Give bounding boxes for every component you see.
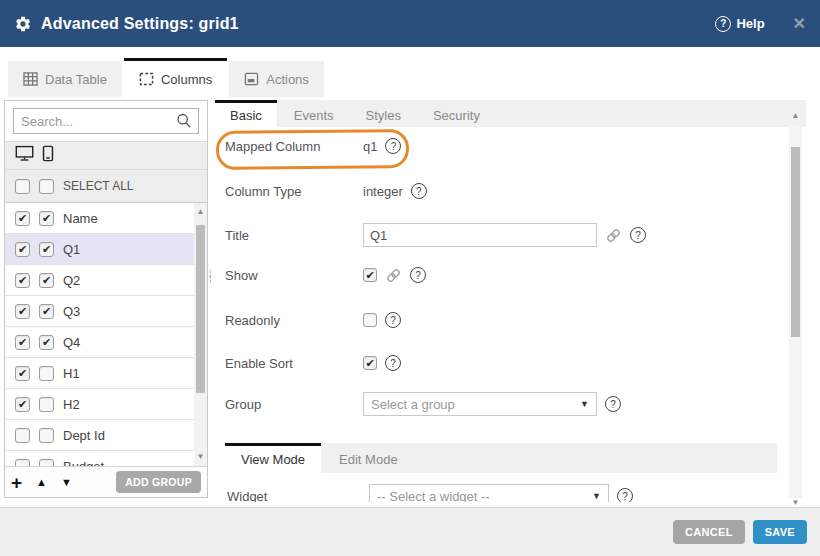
column-row[interactable]: ✔✔Q3 <box>5 296 207 327</box>
chevron-down-icon: ▼ <box>580 399 589 409</box>
desktop-visibility-checkbox[interactable] <box>15 459 30 467</box>
question-icon[interactable]: ? <box>385 355 401 371</box>
mobile-visibility-checkbox[interactable]: ✔ <box>39 211 54 226</box>
question-icon[interactable]: ? <box>617 488 633 502</box>
group-select[interactable]: Select a group ▼ <box>363 392 597 416</box>
widget-row: Widget -- Select a widget -- ▼ ? <box>215 483 789 502</box>
select-all-label: SELECT ALL <box>63 179 134 193</box>
help-icon: ? <box>715 16 731 32</box>
desktop-visibility-checkbox[interactable]: ✔ <box>15 397 30 412</box>
question-icon[interactable]: ? <box>630 227 646 243</box>
mobile-visibility-checkbox[interactable]: ✔ <box>39 304 54 319</box>
tab-view-mode[interactable]: View Mode <box>225 443 321 473</box>
column-type-row: Column Type integer ? <box>215 180 789 202</box>
advanced-settings-dialog: Advanced Settings: grid1 ? Help ✕ Data T… <box>0 0 820 556</box>
scrollbar-thumb[interactable] <box>791 147 800 337</box>
tab-edit-mode[interactable]: Edit Mode <box>323 446 414 473</box>
move-down-button[interactable]: ▼ <box>61 476 72 488</box>
tab-security[interactable]: Security <box>418 103 495 127</box>
title-input[interactable] <box>363 223 597 247</box>
tab-styles[interactable]: Styles <box>351 103 416 127</box>
desktop-visibility-checkbox[interactable]: ✔ <box>15 211 30 226</box>
link-icon[interactable] <box>385 267 402 284</box>
list-scrollbar: ▲ ▼ <box>194 203 207 466</box>
show-checkbox[interactable]: ✔ <box>363 268 377 282</box>
scrollbar-thumb[interactable] <box>196 225 205 393</box>
question-icon[interactable]: ? <box>385 312 401 328</box>
desktop-visibility-checkbox[interactable]: ✔ <box>15 366 30 381</box>
help-button[interactable]: ? Help <box>715 16 764 32</box>
column-row[interactable]: ✔H2 <box>5 389 207 420</box>
scroll-up-icon[interactable]: ▲ <box>789 109 802 123</box>
desktop-visibility-checkbox[interactable]: ✔ <box>15 335 30 350</box>
tab-events[interactable]: Events <box>279 103 349 127</box>
tab-label: Styles <box>366 108 401 123</box>
main-tab-bar: Data Table Columns Actions <box>0 47 820 97</box>
tab-data-table[interactable]: Data Table <box>8 61 122 97</box>
enable-sort-label: Enable Sort <box>225 356 293 371</box>
close-icon[interactable]: ✕ <box>793 14 806 33</box>
select-all-mobile-checkbox[interactable] <box>39 179 54 194</box>
column-list: ✔✔Name✔✔Q1✔✔Q2✔✔Q3✔✔Q4✔H1✔H2Dept IdBudge… <box>5 203 207 466</box>
column-row[interactable]: Budget <box>5 451 207 466</box>
column-rows: ✔✔Name✔✔Q1✔✔Q2✔✔Q3✔✔Q4✔H1✔H2Dept IdBudge… <box>5 203 207 466</box>
column-row[interactable]: Dept Id <box>5 420 207 451</box>
link-icon[interactable] <box>605 227 622 244</box>
mobile-visibility-checkbox[interactable]: ✔ <box>39 242 54 257</box>
move-up-button[interactable]: ▲ <box>36 476 47 488</box>
tab-label: Events <box>294 108 334 123</box>
column-label: Q2 <box>63 273 80 288</box>
mobile-visibility-checkbox[interactable]: ✔ <box>39 335 54 350</box>
panel-splitter-handle[interactable]: ⁞⁞ <box>207 272 214 294</box>
mapped-column-row: Mapped Column q1 ? <box>215 135 789 157</box>
column-row[interactable]: ✔✔Q1 <box>5 234 207 265</box>
save-button[interactable]: SAVE <box>753 520 807 544</box>
select-all-row[interactable]: SELECT ALL <box>5 169 207 203</box>
cancel-button[interactable]: CANCEL <box>673 520 745 544</box>
column-row[interactable]: ✔✔Q2 <box>5 265 207 296</box>
search-row <box>5 101 207 141</box>
show-label: Show <box>225 268 258 283</box>
tab-columns[interactable]: Columns <box>124 58 227 97</box>
mapped-column-label: Mapped Column <box>225 139 320 154</box>
group-label: Group <box>225 397 261 412</box>
enable-sort-checkbox[interactable]: ✔ <box>363 356 377 370</box>
question-icon[interactable]: ? <box>410 267 426 283</box>
column-label: Q1 <box>63 242 80 257</box>
tab-actions[interactable]: Actions <box>229 61 324 97</box>
scroll-up-icon[interactable]: ▲ <box>194 205 207 219</box>
detail-form: Mapped Column q1 ? Column Type integer ?… <box>215 127 789 502</box>
widget-select-value: -- Select a widget -- <box>377 489 490 503</box>
search-box <box>13 108 199 134</box>
question-icon[interactable]: ? <box>411 183 427 199</box>
actions-icon <box>244 72 259 86</box>
mobile-visibility-checkbox[interactable] <box>39 366 54 381</box>
column-label: Budget <box>63 459 104 467</box>
readonly-checkbox[interactable] <box>363 313 377 327</box>
mobile-visibility-checkbox[interactable]: ✔ <box>39 273 54 288</box>
widget-select[interactable]: -- Select a widget -- ▼ <box>369 484 609 502</box>
mobile-visibility-checkbox[interactable] <box>39 428 54 443</box>
question-icon[interactable]: ? <box>605 396 621 412</box>
mobile-visibility-checkbox[interactable] <box>39 459 54 467</box>
search-input[interactable] <box>14 109 198 133</box>
desktop-visibility-checkbox[interactable]: ✔ <box>15 242 30 257</box>
device-columns-header <box>5 141 207 169</box>
mobile-visibility-checkbox[interactable] <box>39 397 54 412</box>
column-row[interactable]: ✔H1 <box>5 358 207 389</box>
detail-scrollbar: ▲ ▼ <box>789 125 802 498</box>
scroll-down-icon[interactable]: ▼ <box>194 450 207 464</box>
column-row[interactable]: ✔✔Name <box>5 203 207 234</box>
tab-label: Security <box>433 108 480 123</box>
add-group-button[interactable]: ADD GROUP <box>116 471 201 493</box>
column-row[interactable]: ✔✔Q4 <box>5 327 207 358</box>
add-column-button[interactable]: + <box>11 473 22 492</box>
tab-basic[interactable]: Basic <box>215 100 277 127</box>
question-icon[interactable]: ? <box>385 138 401 154</box>
list-toolbar: + ▲ ▼ ADD GROUP <box>5 466 207 497</box>
desktop-visibility-checkbox[interactable]: ✔ <box>15 304 30 319</box>
select-all-desktop-checkbox[interactable] <box>15 179 30 194</box>
desktop-visibility-checkbox[interactable]: ✔ <box>15 273 30 288</box>
desktop-visibility-checkbox[interactable] <box>15 428 30 443</box>
gear-icon <box>14 15 32 33</box>
